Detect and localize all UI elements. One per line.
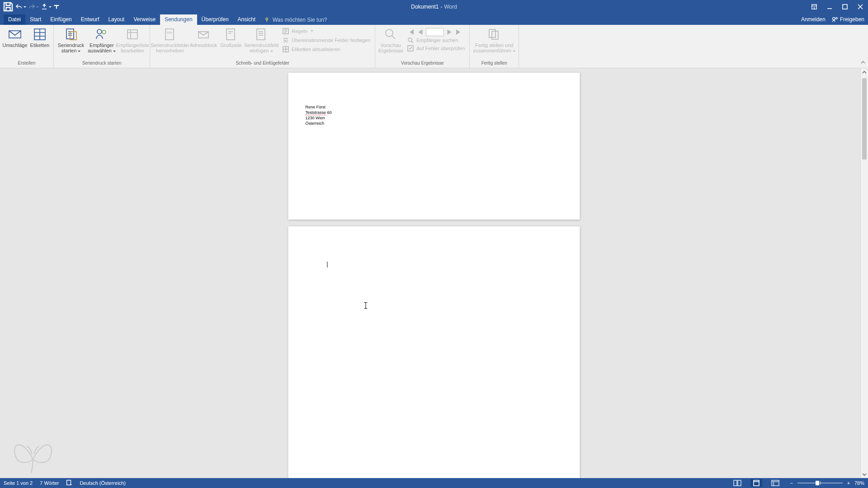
insert-field-icon [254, 27, 269, 42]
tab-verweise[interactable]: Verweise [129, 14, 160, 25]
close-icon[interactable] [853, 0, 868, 14]
page-2[interactable] [288, 226, 580, 488]
select-recipients-icon [94, 27, 109, 42]
umschlaege-label: Umschläge [2, 42, 27, 48]
scroll-down-icon[interactable] [861, 470, 868, 478]
sign-in-link[interactable]: Anmelden [801, 16, 826, 23]
share-button[interactable]: Freigeben [832, 16, 864, 23]
save-icon[interactable] [3, 2, 14, 12]
tab-sendungen[interactable]: Sendungen [160, 14, 197, 25]
maximize-icon[interactable] [837, 0, 853, 14]
check-errors-icon [407, 45, 414, 52]
view-readmode-icon[interactable] [731, 479, 743, 487]
minimize-icon[interactable] [822, 0, 837, 14]
next-record-icon[interactable] [445, 28, 453, 36]
group-label-starten: Seriendruck starten [54, 61, 150, 68]
zoom-value[interactable]: 78% [854, 480, 864, 486]
document-area[interactable]: Rene Fürst Teststrasse 60 1230 Wien Öste… [0, 68, 868, 478]
tab-einfuegen[interactable]: Einfügen [46, 14, 76, 25]
feld-einfuegen-button[interactable]: Seriendruckfeld einfügen [243, 26, 279, 53]
tab-start[interactable]: Start [25, 14, 46, 25]
etiketten-aktualisieren-button[interactable]: Etiketten aktualisieren [279, 45, 373, 53]
empfaenger-suchen-label: Empfänger suchen [416, 38, 458, 43]
empfaenger-auswaehlen-button[interactable]: Empfänger auswählen [86, 26, 117, 53]
customize-qat-icon[interactable] [53, 2, 60, 12]
group-label-fertig: Fertig stellen [470, 61, 519, 68]
status-language[interactable]: Deutsch (Österreich) [80, 480, 125, 486]
address-city: 1230 Wien [306, 115, 332, 121]
record-navigation [404, 26, 467, 36]
svg-rect-11 [127, 30, 137, 39]
prev-record-icon[interactable] [416, 28, 425, 36]
scroll-up-icon[interactable] [861, 68, 868, 76]
redo-icon[interactable] [28, 2, 39, 12]
undo-icon[interactable] [15, 2, 26, 12]
svg-rect-13 [167, 32, 172, 33]
adressblock-button[interactable]: Adressblock [188, 26, 219, 48]
grusszeile-button[interactable]: Grußzeile [219, 26, 243, 48]
address-name: Rene Fürst [306, 104, 332, 110]
group-erstellen: Umschläge Etiketten Erstellen [0, 25, 54, 68]
fertig-stellen-button[interactable]: Fertig stellen und zusammenführen [472, 26, 517, 53]
tab-layout[interactable]: Layout [104, 14, 129, 25]
status-page[interactable]: Seite 1 von 2 [4, 480, 33, 486]
status-proofing-icon[interactable] [66, 479, 72, 487]
svg-rect-16 [257, 29, 265, 40]
tell-me-search[interactable]: Was möchten Sie tun? [260, 15, 331, 25]
empfaengerliste-bearbeiten-button[interactable]: Empfängerliste bearbeiten [117, 26, 148, 53]
fehler-pruefen-button[interactable]: Auf Fehler überprüfen [404, 44, 467, 52]
empfaenger-suchen-button[interactable]: Empfänger suchen [404, 36, 467, 44]
touch-mode-icon[interactable] [41, 2, 52, 12]
felder-festlegen-label: Übereinstimmende Felder festlegen [292, 38, 370, 43]
zoom-slider-handle[interactable] [816, 481, 819, 485]
zoom-out-button[interactable]: − [788, 480, 795, 486]
svg-rect-15 [226, 29, 235, 40]
vorschau-ergebnisse-button[interactable]: Vorschau Ergebnisse [377, 26, 404, 53]
tab-ueberpruefen[interactable]: Überprüfen [197, 14, 233, 25]
empfaengerliste-bearbeiten-label: Empfängerliste bearbeiten [116, 42, 149, 53]
ribbon: Umschläge Etiketten Erstellen Seriendruc… [0, 25, 868, 68]
adressblock-label: Adressblock [190, 42, 217, 48]
tab-file[interactable]: Datei [4, 14, 25, 25]
tell-me-placeholder: Was möchten Sie tun? [273, 17, 327, 23]
svg-rect-25 [734, 480, 737, 486]
svg-rect-28 [772, 480, 779, 486]
record-number-input[interactable] [426, 28, 444, 36]
felder-festlegen-button[interactable]: Übereinstimmende Felder festlegen [279, 36, 373, 44]
watermark-logo [8, 434, 58, 474]
scroll-thumb[interactable] [862, 78, 867, 160]
rules-icon [282, 28, 289, 35]
regeln-button[interactable]: Regeln [279, 27, 373, 35]
labels-icon [33, 27, 47, 42]
etiketten-aktualisieren-label: Etiketten aktualisieren [292, 47, 340, 52]
umschlaege-button[interactable]: Umschläge [2, 26, 28, 48]
status-words[interactable]: 7 Wörter [40, 480, 59, 486]
window-title: Dokument1 - Word [411, 4, 457, 10]
last-record-icon[interactable] [455, 28, 463, 36]
svg-rect-24 [67, 480, 71, 485]
envelope-icon [8, 27, 22, 42]
etiketten-button[interactable]: Etiketten [28, 26, 52, 48]
vertical-scrollbar[interactable] [860, 68, 868, 478]
zoom-in-button[interactable]: + [845, 480, 852, 486]
collapse-ribbon-icon[interactable] [861, 61, 865, 66]
svg-point-4 [836, 18, 838, 19]
view-printlayout-icon[interactable] [750, 479, 762, 487]
view-weblayout-icon[interactable] [769, 479, 781, 487]
page-1[interactable]: Rene Fürst Teststrasse 60 1230 Wien Öste… [288, 73, 580, 220]
tab-ansicht[interactable]: Ansicht [233, 14, 260, 25]
edit-recipients-icon [125, 27, 140, 42]
seriendruck-starten-button[interactable]: Seriendruck starten [56, 26, 86, 53]
ribbon-display-options-icon[interactable] [807, 0, 822, 14]
svg-rect-23 [492, 31, 498, 39]
svg-point-19 [386, 29, 393, 37]
zoom-slider[interactable] [797, 483, 843, 483]
address-street: Teststrasse 60 [306, 110, 332, 115]
app-name: Word [444, 4, 457, 10]
first-record-icon[interactable] [407, 28, 415, 36]
felder-hervorheben-button[interactable]: Seriendruckfelder hervorheben [152, 26, 188, 53]
group-fertig: Fertig stellen und zusammenführen Fertig… [470, 25, 519, 68]
regeln-label: Regeln [292, 28, 307, 34]
group-label-felder: Schreib- und Einfügefelder [150, 61, 375, 68]
tab-entwurf[interactable]: Entwurf [76, 14, 104, 25]
